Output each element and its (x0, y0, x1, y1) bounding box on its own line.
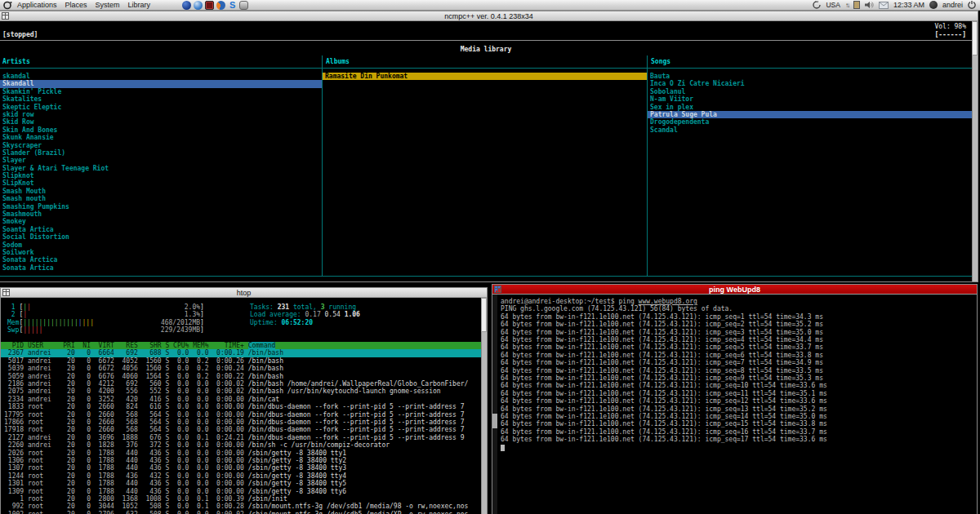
menu-applications[interactable]: Applications (13, 0, 61, 11)
volume-icon[interactable] (865, 1, 874, 9)
menu-library[interactable]: Library (124, 0, 155, 11)
htop-process-row[interactable]: 1244 root 20 0 1788 436 432 S 0.0 0.0 0:… (1, 472, 487, 480)
htop-process-row[interactable]: 2186 andrei 20 0 4212 692 560 S 0.0 0.0 … (1, 380, 487, 388)
list-item[interactable]: Sonata Artica (0, 264, 322, 272)
list-item[interactable]: Sonata Arctica (0, 256, 322, 264)
list-item[interactable]: Soanta Artica (0, 226, 322, 233)
list-item[interactable]: Social Distortion (0, 233, 322, 241)
list-item[interactable]: skid row (0, 111, 322, 118)
list-item[interactable]: Smokey (0, 218, 322, 225)
htop-meter: 2 [| 1.3%] (7, 311, 204, 318)
list-item[interactable]: Skyscraper (0, 142, 322, 149)
weather-swirl-icon[interactable] (813, 1, 821, 9)
window-menu-icon[interactable] (494, 286, 501, 293)
firefox-icon[interactable] (216, 1, 225, 10)
htop-process-row[interactable]: 2334 andrei 20 0 3252 420 416 S 0.0 0.0 … (1, 396, 487, 403)
list-item[interactable]: SLipKnot (0, 179, 322, 187)
htop-process-row[interactable]: 5039 andrei 20 0 6672 4056 1560 S 0.0 0.… (1, 365, 487, 372)
list-item[interactable]: Bauta (648, 73, 972, 80)
ncmpcpp-scrollbar[interactable] (972, 21, 978, 281)
htop-titlebar[interactable]: htop (1, 288, 487, 298)
list-item[interactable]: Patrula Suge Pula (648, 111, 972, 118)
htop-process-row[interactable]: 1 root 20 0 2800 1368 1008 S 0.0 0.1 0:0… (1, 495, 487, 503)
list-item[interactable]: Slipknot (0, 172, 322, 179)
list-item[interactable]: skandal (0, 73, 322, 80)
list-item[interactable]: Sex in plex (648, 104, 972, 111)
htop-scrollbar[interactable] (481, 298, 487, 514)
htop-table-header[interactable]: PID USER PRI NI VIRT RES SHR S CPU% MEM%… (1, 342, 487, 349)
ping-url: www.webupd8.org (639, 298, 697, 305)
clipboard-icon[interactable] (853, 1, 860, 9)
media-monitor-icon[interactable] (205, 1, 214, 10)
list-item[interactable]: Skid Row (0, 118, 322, 126)
list-item[interactable]: Sodom (0, 241, 322, 249)
list-item[interactable]: Smash mouth (0, 195, 322, 202)
ping-reply-line: 64 bytes from bw-in-f121.1e100.net (74.1… (501, 329, 823, 336)
blue-orb-icon[interactable] (194, 1, 203, 10)
list-item[interactable]: Inca O Zi Catre Nicaieri (648, 80, 972, 87)
htop-process-row[interactable]: 5017 andrei 20 0 6672 4052 1560 S 0.0 0.… (1, 357, 487, 365)
ping-reply-line: 64 bytes from bw-in-f121.1e100.net (74.1… (501, 313, 823, 321)
ncmpcpp-titlebar[interactable]: ncmpc++ ver. 0.4.1 238x34 (0, 11, 978, 21)
htop-process-row[interactable]: 1307 root 20 0 1788 440 436 S 0.0 0.0 0:… (1, 464, 487, 472)
scrollbar-thumb[interactable] (492, 414, 497, 428)
htop-process-row[interactable]: 2260 andrei 20 0 1828 376 372 S 0.0 0.0 … (1, 441, 487, 449)
list-item[interactable]: Slayer (0, 157, 322, 164)
htop-process-row[interactable]: 17795 root 20 0 2660 568 564 S 0.0 0.0 0… (1, 411, 487, 419)
ping-scrollbar[interactable] (492, 295, 497, 514)
list-item[interactable]: Slayer & Atari Teenage Riot (0, 165, 322, 172)
list-item[interactable]: Slander (Brazil) (0, 149, 322, 157)
menu-places[interactable]: Places (61, 0, 91, 11)
list-item[interactable]: Soilwork (0, 249, 322, 256)
list-item[interactable]: Ramasite Din Punkomat (323, 73, 647, 80)
top-panel: Applications Places System Library S USA… (0, 0, 980, 11)
window-menu-icon[interactable] (2, 12, 9, 20)
list-item[interactable]: Drogodependenta (648, 118, 972, 126)
list-item[interactable]: N-am Viitor (648, 95, 972, 103)
htop-process-row[interactable]: 2026 root 20 0 1788 440 436 S 0.0 0.0 0:… (1, 450, 487, 457)
list-item[interactable]: Skunk Anansie (0, 134, 322, 141)
albums-underline (323, 68, 647, 69)
network-updown-icon[interactable]: ↑↓ (845, 2, 849, 9)
list-item[interactable]: Skin And Bones (0, 126, 322, 134)
htop-process-row[interactable]: 992 root 20 0 3044 1052 508 S 0.0 0.1 0:… (1, 503, 487, 510)
list-item[interactable]: Skatalites (0, 95, 322, 103)
ping-titlebar[interactable]: ping WebUpd8 (492, 285, 977, 295)
htop-process-row[interactable]: 5059 andrei 20 0 6676 4060 1564 S 0.0 0.… (1, 373, 487, 380)
htop-process-row[interactable]: 2075 andrei 20 0 4200 556 552 S 0.0 0.0 … (1, 388, 487, 395)
keyboard-layout-indicator[interactable]: USA (826, 1, 840, 9)
clock[interactable]: 12:33 AM (893, 1, 924, 9)
htop-process-row[interactable]: 1002 root 20 0 2796 632 508 S 0.0 0.0 0:… (1, 511, 487, 514)
list-item[interactable]: Smashmouth (0, 210, 322, 218)
player-state: [stopped] (2, 31, 38, 38)
htop-process-row[interactable]: 1306 root 20 0 1788 440 436 S 0.0 0.0 0:… (1, 457, 487, 464)
camera-icon[interactable] (239, 1, 248, 10)
user-switcher-icon[interactable] (929, 1, 938, 9)
list-item[interactable]: Skandall (0, 80, 322, 87)
htop-process-row[interactable]: 1833 root 20 0 2660 824 616 S 0.0 0.0 0:… (1, 403, 487, 410)
htop-process-row[interactable]: 2127 andrei 20 0 3696 1888 676 S 0.0 0.1… (1, 434, 487, 441)
list-item[interactable]: Smash Mouth (0, 188, 322, 195)
list-item[interactable]: Sobolanul (648, 88, 972, 95)
window-menu-icon[interactable] (2, 289, 10, 296)
power-icon[interactable] (968, 1, 976, 9)
list-item[interactable]: Skeptic Eleptic (0, 104, 322, 111)
scrollbar-thumb[interactable] (972, 21, 978, 55)
list-item[interactable]: Smashing Pumpkins (0, 203, 322, 210)
skype-icon[interactable]: S (228, 1, 237, 10)
htop-process-row[interactable]: 1309 root 20 0 1788 440 436 S 0.0 0.0 0:… (1, 488, 487, 495)
username[interactable]: andrei (942, 1, 963, 9)
globe-icon[interactable] (182, 1, 191, 10)
scrollbar-thumb[interactable] (481, 298, 487, 332)
mail-icon[interactable] (879, 2, 889, 9)
list-item[interactable]: Scandal (648, 126, 972, 134)
htop-process-row[interactable]: 17866 root 20 0 2660 568 564 S 0.0 0.0 0… (1, 419, 487, 426)
ping-reply-line: 64 bytes from bw-in-f121.1e100.net (74.1… (501, 374, 823, 382)
distro-logo-icon[interactable] (2, 1, 13, 10)
htop-process-row[interactable]: 1301 root 20 0 1788 440 436 S 0.0 0.0 0:… (1, 480, 487, 487)
htop-process-row[interactable]: 2367 andrei 20 0 6664 692 688 S 0.0 0.0 … (1, 349, 487, 357)
menu-system[interactable]: System (91, 0, 124, 11)
ping-reply-line: 64 bytes from bw-in-f121.1e100.net (74.1… (501, 397, 827, 405)
htop-process-row[interactable]: 17918 root 20 0 2660 568 564 S 0.0 0.0 0… (1, 426, 487, 433)
list-item[interactable]: Skankin' Pickle (0, 88, 322, 95)
